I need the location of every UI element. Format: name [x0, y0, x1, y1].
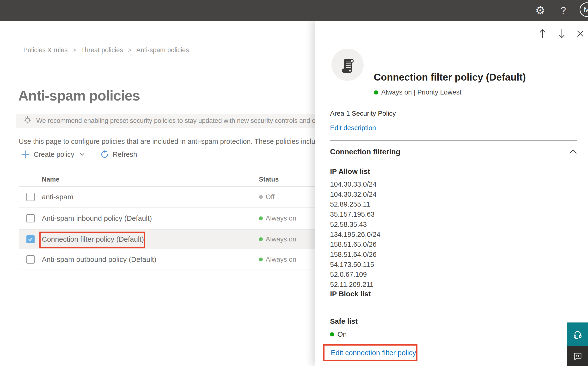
ip-entry: 52.89.255.11: [330, 199, 381, 209]
section-divider: [330, 140, 577, 141]
status-dot-icon: [259, 216, 263, 220]
policy-name[interactable]: anti-spam: [42, 193, 74, 201]
close-button[interactable]: [574, 28, 586, 39]
status-dot-icon: [259, 258, 263, 261]
ip-entry: 35.157.195.63: [330, 209, 381, 220]
policy-status: Always on: [259, 236, 296, 243]
arrow-down-icon: [557, 28, 567, 39]
help-icon: ?: [561, 5, 566, 16]
settings-button[interactable]: ⚙: [533, 0, 547, 21]
ip-entry: 52.0.67.109: [330, 270, 381, 280]
policy-status: Always on: [259, 214, 296, 222]
breadcrumb-separator-icon: >: [73, 46, 76, 54]
create-policy-button[interactable]: Create policy: [21, 150, 85, 159]
refresh-label: Refresh: [113, 151, 137, 159]
row-checkbox[interactable]: [26, 193, 35, 201]
annotation-box: Edit connection filter policy: [323, 344, 418, 361]
policy-status: Off: [259, 193, 275, 201]
flyout-status-text: Always on | Priority Lowest: [381, 89, 461, 96]
help-button[interactable]: ?: [556, 0, 570, 21]
policy-icon-circle: [331, 49, 364, 81]
policy-name[interactable]: Connection filter policy (Default): [42, 235, 144, 243]
status-dot-icon: [330, 332, 334, 336]
ip-block-list-heading: IP Block list: [330, 290, 371, 298]
edit-connection-filter-policy-link[interactable]: Edit connection filter policy: [331, 349, 416, 357]
status-dot-icon: [259, 237, 263, 241]
column-header-name: Name: [42, 176, 59, 183]
status-label: Off: [266, 193, 275, 201]
breadcrumb-threat-policies[interactable]: Threat policies: [81, 46, 123, 54]
ip-entry: 52.58.35.43: [330, 220, 381, 230]
lightbulb-icon: [23, 115, 32, 126]
avatar-initial: M: [584, 6, 588, 14]
connection-filtering-heading[interactable]: Connection filtering: [330, 148, 400, 156]
table-row-selected[interactable]: Connection filter policy (Default) Alway…: [19, 230, 338, 249]
status-label: Always on: [266, 236, 296, 243]
ip-entry: 52.11.209.211: [330, 280, 381, 290]
policy-description: Area 1 Security Policy: [330, 110, 396, 117]
ip-entry: 134.195.26.0/24: [330, 230, 381, 240]
create-policy-label: Create policy: [34, 151, 74, 159]
close-icon: [576, 29, 585, 38]
policy-status: Always on: [259, 256, 296, 263]
safe-list-status-label: On: [338, 330, 347, 338]
top-bar: ⚙ ? M: [0, 0, 588, 21]
ip-allow-list-heading: IP Allow list: [330, 167, 370, 175]
previous-item-button[interactable]: [537, 28, 548, 39]
ip-allow-list: 104.30.33.0/24 104.30.32.0/24 52.89.255.…: [330, 179, 381, 290]
row-checkbox[interactable]: [26, 255, 35, 264]
feedback-button[interactable]: [567, 346, 588, 366]
plus-icon: [21, 150, 30, 159]
safe-list-heading: Safe list: [330, 317, 358, 325]
banner-text: We recommend enabling preset security po…: [36, 117, 350, 125]
ip-entry: 158.51.64.0/26: [330, 250, 381, 260]
row-checkbox-checked[interactable]: [26, 235, 35, 243]
refresh-icon: [101, 150, 109, 159]
table-row[interactable]: Anti-spam outbound policy (Default) Alwa…: [19, 249, 338, 270]
table-row[interactable]: anti-spam Off: [19, 187, 338, 207]
table-header: Name Status: [19, 174, 338, 187]
screen: ⚙ ? M Policies & rules > Threat policies…: [0, 0, 588, 366]
breadcrumb: Policies & rules > Threat policies > Ant…: [23, 46, 189, 54]
row-checkbox[interactable]: [26, 214, 35, 222]
page-description: Use this page to configure policies that…: [19, 137, 323, 145]
status-label: Always on: [266, 214, 296, 222]
status-dot-icon: [374, 91, 378, 94]
flyout-status-line: Always on | Priority Lowest: [374, 88, 461, 96]
checkmark-icon: [28, 236, 33, 242]
gear-icon: ⚙: [535, 4, 545, 17]
edit-description-link[interactable]: Edit description: [330, 124, 376, 132]
ip-entry: 104.30.33.0/24: [330, 179, 381, 190]
policy-name[interactable]: Anti-spam inbound policy (Default): [42, 214, 152, 222]
chat-icon: [573, 351, 583, 361]
safe-list-status: On: [330, 330, 347, 338]
status-label: Always on: [266, 256, 296, 263]
refresh-button[interactable]: Refresh: [101, 150, 137, 159]
support-button[interactable]: [567, 322, 588, 346]
arrow-up-icon: [538, 28, 547, 39]
chevron-down-icon: [79, 151, 85, 158]
breadcrumb-anti-spam-policies[interactable]: Anti-spam policies: [136, 46, 189, 54]
table-row[interactable]: Anti-spam inbound policy (Default) Alway…: [19, 207, 338, 230]
headset-icon: [572, 329, 583, 340]
ip-entry: 158.51.65.0/26: [330, 239, 381, 250]
policy-name[interactable]: Anti-spam outbound policy (Default): [42, 255, 156, 264]
column-header-status: Status: [259, 176, 279, 183]
status-dot-icon: [259, 195, 263, 199]
breadcrumb-separator-icon: >: [128, 46, 131, 54]
ip-entry: 54.173.50.115: [330, 260, 381, 270]
breadcrumb-policies-and-rules[interactable]: Policies & rules: [23, 46, 68, 54]
page-title: Anti-spam policies: [18, 88, 140, 104]
ip-entry: 104.30.32.0/24: [330, 190, 381, 200]
chevron-up-icon[interactable]: [569, 149, 577, 154]
toolbar: Create policy Refresh: [21, 149, 137, 160]
scroll-icon: [338, 55, 357, 74]
account-avatar[interactable]: M: [580, 2, 588, 17]
next-item-button[interactable]: [556, 28, 568, 39]
flyout-title: Connection filter policy (Default): [374, 72, 526, 83]
policy-details-flyout: Connection filter policy (Default) Alway…: [315, 21, 588, 366]
